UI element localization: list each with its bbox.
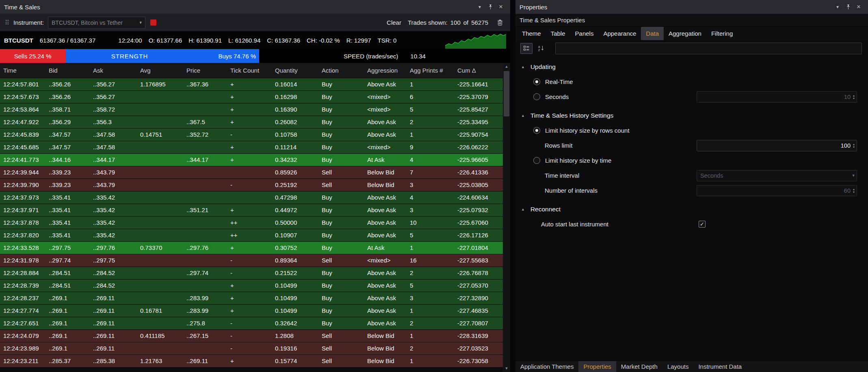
scroll-down-icon[interactable]: ▼: [503, 365, 510, 372]
table-row[interactable]: 12:24:47.922 ..356.29 ..356.3 ..367.5 + …: [0, 116, 503, 128]
table-row[interactable]: 12:24:57.673 ..356.26 ..356.27 + 0.16298…: [0, 90, 503, 103]
table-row[interactable]: 12:24:37.971 ..335.41 ..335.42 ..351.21 …: [0, 204, 503, 216]
cell-avg: [137, 178, 183, 191]
cell-avg: [137, 90, 183, 103]
spinner-icon[interactable]: ▴▾: [853, 94, 855, 100]
trades-table-wrap: TimeBidAskAvgPriceTick CountQuantityActi…: [0, 63, 503, 368]
sort-az-icon[interactable]: AZ: [535, 43, 547, 54]
tab-panels[interactable]: Panels: [570, 27, 599, 40]
bottom-tab-properties[interactable]: Properties: [578, 361, 616, 372]
time-interval-dropdown[interactable]: Seconds ▾: [697, 170, 857, 181]
rows-limit-input[interactable]: 100 ▴▾: [697, 140, 857, 151]
categorized-view-icon[interactable]: [520, 43, 532, 54]
bottom-tab-market-depth[interactable]: Market Depth: [616, 361, 662, 372]
section-header-reconnect[interactable]: ▲ Reconnect: [515, 202, 868, 217]
table-row[interactable]: 12:24:37.973 ..335.41 ..335.42 0.47298 B…: [0, 191, 503, 204]
auto-start-checkbox[interactable]: ✓: [699, 221, 706, 228]
tab-data[interactable]: Data: [641, 27, 664, 40]
cell-agg-prints: 1: [407, 329, 454, 342]
spinner-icon[interactable]: ▴▾: [853, 143, 855, 148]
table-row[interactable]: 12:24:33.528 ..297.75 ..297.76 0.73370 .…: [0, 241, 503, 254]
close-icon[interactable]: ×: [853, 2, 864, 12]
cell-quantity: 0.10499: [272, 304, 318, 317]
scrollbar-thumb[interactable]: [504, 71, 509, 116]
section-header-updating[interactable]: ▲ Updating: [515, 60, 868, 74]
pin-icon[interactable]: [843, 2, 853, 12]
cell-tick-count: +: [227, 292, 272, 304]
cell-cum-delta: -225.96605: [454, 153, 503, 166]
close-icon[interactable]: ×: [496, 2, 506, 12]
tab-aggregation[interactable]: Aggregation: [664, 27, 706, 40]
svg-text:Z: Z: [538, 49, 540, 52]
bottom-tab-layouts[interactable]: Layouts: [662, 361, 694, 372]
table-row[interactable]: 12:24:41.773 ..344.16 ..344.17 ..344.17 …: [0, 153, 503, 166]
column-header[interactable]: Action: [318, 63, 364, 78]
column-header[interactable]: Cum Δ: [454, 63, 503, 78]
tab-filtering[interactable]: Filtering: [706, 27, 738, 40]
table-row[interactable]: 12:24:57.801 ..356.26 ..356.27 1.176895 …: [0, 78, 503, 90]
cell-aggression: Above Ask: [364, 267, 407, 279]
cell-bid: ..356.26: [45, 78, 90, 90]
column-header[interactable]: Tick Count: [227, 63, 272, 78]
column-header[interactable]: Quantity: [272, 63, 318, 78]
table-row[interactable]: 12:24:45.839 ..347.57 ..347.58 0.14751 .…: [0, 128, 503, 141]
tsr-value: TSR: 0: [378, 37, 397, 44]
seconds-input[interactable]: 10 ▴▾: [697, 91, 857, 103]
column-header[interactable]: Time: [0, 63, 45, 78]
table-row[interactable]: 12:24:23.989 ..269.1 ..269.11 - 0.19316 …: [0, 342, 503, 355]
column-header[interactable]: Bid: [45, 63, 90, 78]
cell-action: Buy: [318, 128, 364, 141]
limit-time-radio[interactable]: [533, 157, 540, 164]
cell-aggression: Above Ask: [364, 229, 407, 241]
scroll-up-icon[interactable]: ▲: [503, 63, 510, 70]
section-header-history[interactable]: ▲ Time & Sales History Settings: [515, 108, 868, 123]
table-row[interactable]: 12:24:28.884 ..284.51 ..284.52 ..297.74 …: [0, 267, 503, 279]
intervals-input[interactable]: 60 ▴▾: [697, 185, 857, 196]
cell-bid: ..269.1: [45, 317, 90, 329]
scrollbar-track[interactable]: [503, 70, 510, 365]
table-row[interactable]: 12:24:37.878 ..335.41 ..335.42 ++ 0.5000…: [0, 216, 503, 229]
limit-rows-radio[interactable]: [533, 127, 540, 134]
tab-appearance[interactable]: Appearance: [598, 27, 641, 40]
column-header[interactable]: Agg Prints #: [407, 63, 454, 78]
cell-action: Sell: [318, 342, 364, 355]
cell-agg-prints: 6: [407, 90, 454, 103]
table-row[interactable]: 12:24:37.820 ..335.41 ..335.42 ++ 0.1090…: [0, 229, 503, 241]
instrument-selector[interactable]: BTCUSDT, Bitcoin vs Tether ▾: [48, 17, 145, 29]
bottom-tab-application-themes[interactable]: Application Themes: [515, 361, 578, 372]
table-row[interactable]: 12:24:39.790 ..339.23 ..343.79 - 0.25192…: [0, 178, 503, 191]
trades-shown-count: 100: [450, 19, 461, 26]
chevron-down-icon[interactable]: ▾: [474, 2, 485, 12]
table-row[interactable]: 12:24:45.685 ..347.57 ..347.58 + 0.11214…: [0, 141, 503, 153]
bottom-tab-instrument-data[interactable]: Instrument Data: [693, 361, 747, 372]
table-row[interactable]: 12:24:27.774 ..269.1 ..269.11 0.16781 ..…: [0, 304, 503, 317]
column-header[interactable]: Aggression: [364, 63, 407, 78]
drag-grip-icon[interactable]: ⠿: [5, 19, 9, 26]
cell-ask: ..343.79: [90, 178, 137, 191]
column-header[interactable]: Avg: [137, 63, 183, 78]
table-row[interactable]: 12:24:53.864 ..358.71 ..358.72 + 0.16390…: [0, 103, 503, 116]
table-row[interactable]: 12:24:31.978 ..297.74 ..297.75 - 0.89364…: [0, 254, 503, 267]
properties-search-input[interactable]: [555, 43, 862, 54]
table-row[interactable]: 12:24:27.651 ..269.1 ..269.11 ..275.8 - …: [0, 317, 503, 329]
tab-theme[interactable]: Theme: [517, 27, 546, 40]
column-header[interactable]: Price: [183, 63, 227, 78]
pin-icon[interactable]: [485, 2, 496, 12]
tab-table[interactable]: Table: [546, 27, 570, 40]
chevron-down-icon[interactable]: ▾: [832, 2, 843, 12]
real-time-radio[interactable]: [533, 78, 540, 85]
seconds-radio[interactable]: [533, 93, 540, 100]
table-row[interactable]: 12:24:28.237 ..269.1 ..269.11 ..283.99 +…: [0, 292, 503, 304]
vertical-scrollbar[interactable]: ▲ ▼: [503, 63, 510, 372]
trash-icon[interactable]: [495, 18, 505, 28]
table-row[interactable]: 12:24:24.079 ..269.1 ..269.11 0.411185 .…: [0, 329, 503, 342]
clear-button[interactable]: Clear: [387, 19, 401, 26]
column-header[interactable]: Ask: [90, 63, 137, 78]
table-row[interactable]: 12:24:23.211 ..285.37 ..285.38 1.21763 .…: [0, 355, 503, 367]
spinner-icon[interactable]: ▴▾: [853, 188, 855, 194]
section-history: ▲ Time & Sales History Settings Limit hi…: [515, 108, 868, 198]
table-row[interactable]: 12:24:28.739 ..284.51 ..284.52 + 0.10499…: [0, 279, 503, 292]
table-row[interactable]: 12:24:39.944 ..339.23 ..343.79 0.85926 S…: [0, 166, 503, 178]
cell-agg-prints: 1: [407, 128, 454, 141]
cell-agg-prints: 4: [407, 191, 454, 204]
